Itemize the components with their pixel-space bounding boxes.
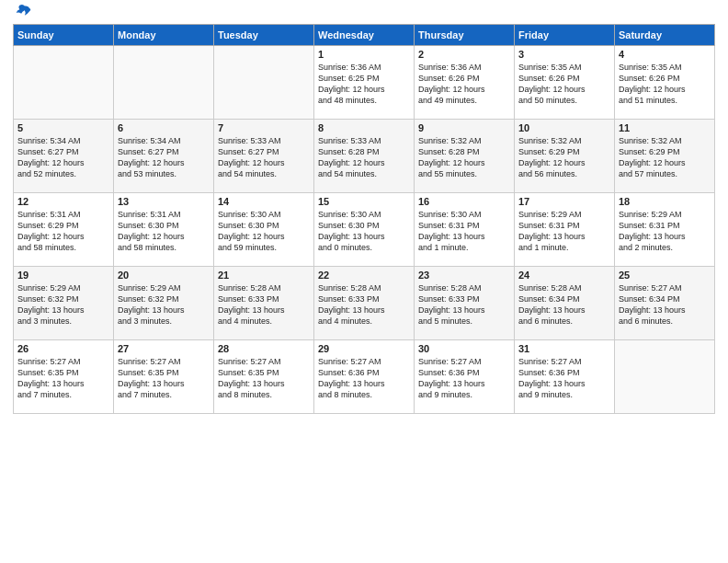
calendar-cell: 16Sunrise: 5:30 AM Sunset: 6:31 PM Dayli… [415, 193, 515, 267]
header [13, 9, 715, 17]
cell-info: Sunrise: 5:27 AM Sunset: 6:36 PM Dayligh… [518, 356, 610, 401]
calendar-week-row: 5Sunrise: 5:34 AM Sunset: 6:27 PM Daylig… [14, 120, 715, 193]
calendar-cell: 15Sunrise: 5:30 AM Sunset: 6:30 PM Dayli… [314, 193, 415, 267]
cell-info: Sunrise: 5:27 AM Sunset: 6:34 PM Dayligh… [619, 282, 711, 327]
day-number: 22 [318, 270, 410, 281]
day-number: 24 [518, 270, 610, 281]
day-number: 2 [418, 49, 510, 60]
cell-info: Sunrise: 5:32 AM Sunset: 6:29 PM Dayligh… [518, 135, 610, 180]
cell-info: Sunrise: 5:28 AM Sunset: 6:34 PM Dayligh… [518, 282, 610, 327]
day-number: 10 [518, 122, 610, 133]
cell-info: Sunrise: 5:30 AM Sunset: 6:30 PM Dayligh… [318, 209, 410, 254]
calendar-cell: 26Sunrise: 5:27 AM Sunset: 6:35 PM Dayli… [14, 340, 114, 414]
calendar-cell: 20Sunrise: 5:29 AM Sunset: 6:32 PM Dayli… [114, 267, 214, 340]
day-number: 17 [518, 196, 610, 207]
calendar-cell: 6Sunrise: 5:34 AM Sunset: 6:27 PM Daylig… [114, 120, 214, 193]
calendar-cell: 3Sunrise: 5:35 AM Sunset: 6:26 PM Daylig… [515, 46, 615, 120]
calendar-cell: 5Sunrise: 5:34 AM Sunset: 6:27 PM Daylig… [14, 120, 114, 193]
cell-info: Sunrise: 5:35 AM Sunset: 6:26 PM Dayligh… [619, 62, 711, 107]
calendar-cell: 12Sunrise: 5:31 AM Sunset: 6:29 PM Dayli… [14, 193, 114, 267]
day-number: 3 [518, 49, 610, 60]
calendar-cell: 30Sunrise: 5:27 AM Sunset: 6:36 PM Dayli… [415, 340, 515, 414]
day-number: 25 [619, 270, 711, 281]
weekday-header: Thursday [415, 25, 515, 46]
calendar-cell: 21Sunrise: 5:28 AM Sunset: 6:33 PM Dayli… [214, 267, 314, 340]
weekday-header: Friday [515, 25, 615, 46]
calendar-week-row: 1Sunrise: 5:36 AM Sunset: 6:25 PM Daylig… [14, 46, 715, 120]
cell-info: Sunrise: 5:29 AM Sunset: 6:32 PM Dayligh… [118, 282, 210, 327]
day-number: 11 [619, 122, 711, 133]
day-number: 8 [318, 122, 410, 133]
day-number: 15 [318, 196, 410, 207]
weekday-header: Monday [114, 25, 214, 46]
day-number: 27 [118, 343, 210, 354]
calendar-cell: 14Sunrise: 5:30 AM Sunset: 6:30 PM Dayli… [214, 193, 314, 267]
day-number: 31 [518, 343, 610, 354]
cell-info: Sunrise: 5:30 AM Sunset: 6:30 PM Dayligh… [218, 209, 310, 254]
day-number: 14 [218, 196, 310, 207]
calendar-cell: 18Sunrise: 5:29 AM Sunset: 6:31 PM Dayli… [615, 193, 715, 267]
cell-info: Sunrise: 5:34 AM Sunset: 6:27 PM Dayligh… [17, 135, 109, 180]
calendar-week-row: 26Sunrise: 5:27 AM Sunset: 6:35 PM Dayli… [14, 340, 715, 414]
calendar-cell: 13Sunrise: 5:31 AM Sunset: 6:30 PM Dayli… [114, 193, 214, 267]
calendar-cell [14, 46, 114, 120]
day-number: 9 [418, 122, 510, 133]
day-number: 19 [17, 270, 109, 281]
day-number: 23 [418, 270, 510, 281]
cell-info: Sunrise: 5:28 AM Sunset: 6:33 PM Dayligh… [218, 282, 310, 327]
weekday-header-row: SundayMondayTuesdayWednesdayThursdayFrid… [14, 25, 715, 46]
calendar-cell: 1Sunrise: 5:36 AM Sunset: 6:25 PM Daylig… [314, 46, 415, 120]
calendar-cell [214, 46, 314, 120]
cell-info: Sunrise: 5:28 AM Sunset: 6:33 PM Dayligh… [418, 282, 510, 327]
calendar-cell: 31Sunrise: 5:27 AM Sunset: 6:36 PM Dayli… [515, 340, 615, 414]
cell-info: Sunrise: 5:34 AM Sunset: 6:27 PM Dayligh… [118, 135, 210, 180]
cell-info: Sunrise: 5:27 AM Sunset: 6:35 PM Dayligh… [218, 356, 310, 401]
calendar-cell: 19Sunrise: 5:29 AM Sunset: 6:32 PM Dayli… [14, 267, 114, 340]
cell-info: Sunrise: 5:36 AM Sunset: 6:26 PM Dayligh… [418, 62, 510, 107]
calendar-table: SundayMondayTuesdayWednesdayThursdayFrid… [13, 24, 715, 414]
cell-info: Sunrise: 5:33 AM Sunset: 6:28 PM Dayligh… [318, 135, 410, 180]
day-number: 6 [118, 122, 210, 133]
calendar-cell: 29Sunrise: 5:27 AM Sunset: 6:36 PM Dayli… [314, 340, 415, 414]
weekday-header: Tuesday [214, 25, 314, 46]
cell-info: Sunrise: 5:27 AM Sunset: 6:36 PM Dayligh… [318, 356, 410, 401]
calendar-cell: 11Sunrise: 5:32 AM Sunset: 6:29 PM Dayli… [615, 120, 715, 193]
calendar-cell: 23Sunrise: 5:28 AM Sunset: 6:33 PM Dayli… [415, 267, 515, 340]
day-number: 28 [218, 343, 310, 354]
day-number: 7 [218, 122, 310, 133]
cell-info: Sunrise: 5:28 AM Sunset: 6:33 PM Dayligh… [318, 282, 410, 327]
calendar-cell: 24Sunrise: 5:28 AM Sunset: 6:34 PM Dayli… [515, 267, 615, 340]
calendar-cell: 22Sunrise: 5:28 AM Sunset: 6:33 PM Dayli… [314, 267, 415, 340]
calendar-cell [114, 46, 214, 120]
day-number: 1 [318, 49, 410, 60]
cell-info: Sunrise: 5:30 AM Sunset: 6:31 PM Dayligh… [418, 209, 510, 254]
logo [13, 9, 33, 17]
weekday-header: Saturday [615, 25, 715, 46]
calendar-cell: 10Sunrise: 5:32 AM Sunset: 6:29 PM Dayli… [515, 120, 615, 193]
weekday-header: Sunday [14, 25, 114, 46]
cell-info: Sunrise: 5:29 AM Sunset: 6:32 PM Dayligh… [17, 282, 109, 327]
calendar-cell: 2Sunrise: 5:36 AM Sunset: 6:26 PM Daylig… [415, 46, 515, 120]
cell-info: Sunrise: 5:32 AM Sunset: 6:29 PM Dayligh… [619, 135, 711, 180]
cell-info: Sunrise: 5:27 AM Sunset: 6:36 PM Dayligh… [418, 356, 510, 401]
day-number: 16 [418, 196, 510, 207]
day-number: 5 [17, 122, 109, 133]
day-number: 21 [218, 270, 310, 281]
day-number: 13 [118, 196, 210, 207]
calendar-cell: 25Sunrise: 5:27 AM Sunset: 6:34 PM Dayli… [615, 267, 715, 340]
calendar-cell: 28Sunrise: 5:27 AM Sunset: 6:35 PM Dayli… [214, 340, 314, 414]
cell-info: Sunrise: 5:31 AM Sunset: 6:29 PM Dayligh… [17, 209, 109, 254]
cell-info: Sunrise: 5:29 AM Sunset: 6:31 PM Dayligh… [619, 209, 711, 254]
cell-info: Sunrise: 5:27 AM Sunset: 6:35 PM Dayligh… [118, 356, 210, 401]
day-number: 12 [17, 196, 109, 207]
weekday-header: Wednesday [314, 25, 415, 46]
calendar-cell: 4Sunrise: 5:35 AM Sunset: 6:26 PM Daylig… [615, 46, 715, 120]
cell-info: Sunrise: 5:31 AM Sunset: 6:30 PM Dayligh… [118, 209, 210, 254]
calendar-cell: 9Sunrise: 5:32 AM Sunset: 6:28 PM Daylig… [415, 120, 515, 193]
day-number: 30 [418, 343, 510, 354]
cell-info: Sunrise: 5:36 AM Sunset: 6:25 PM Dayligh… [318, 62, 410, 107]
day-number: 18 [619, 196, 711, 207]
day-number: 26 [17, 343, 109, 354]
cell-info: Sunrise: 5:27 AM Sunset: 6:35 PM Dayligh… [17, 356, 109, 401]
calendar-cell [615, 340, 715, 414]
